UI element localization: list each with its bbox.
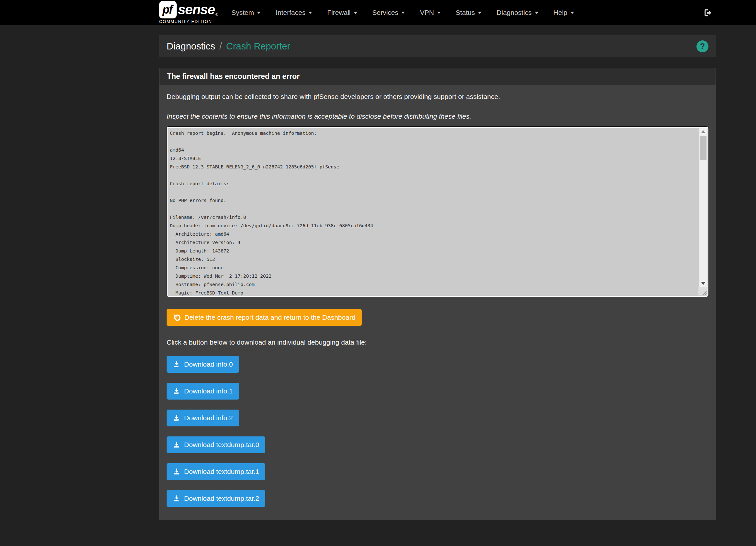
scroll-up-button[interactable]: [699, 128, 707, 135]
triangle-down-icon: [701, 282, 706, 285]
caret-down-icon: [401, 12, 405, 14]
scroll-down-button[interactable]: [699, 279, 707, 287]
crash-report-textarea[interactable]: Crash report begins. Anonymous machine i…: [167, 127, 708, 297]
caret-down-icon: [570, 12, 574, 14]
breadcrumb-separator: /: [219, 41, 222, 52]
scrollbar-thumb[interactable]: [700, 136, 707, 160]
download-info-0-button[interactable]: Download info.0: [167, 356, 239, 373]
inspect-note: Inspect the contents to ensure this info…: [167, 113, 708, 120]
download-row: Download textdump.tar.0: [167, 436, 708, 453]
delete-button-row: Delete the crash report data and return …: [167, 297, 708, 326]
page: pf sense ® COMMUNITY EDITION System Inte…: [0, 0, 756, 520]
menu-item-status[interactable]: Status: [448, 0, 489, 25]
menu-label: Interfaces: [276, 9, 305, 16]
caret-down-icon: [478, 12, 482, 14]
caret-down-icon: [354, 12, 357, 14]
download-textdump-tar-2-button[interactable]: Download textdump.tar.2: [167, 490, 265, 507]
question-circle-icon: ?: [696, 40, 708, 52]
breadcrumb-section: Diagnostics: [167, 41, 215, 52]
logout-button[interactable]: [703, 8, 712, 17]
help-button[interactable]: ?: [696, 40, 708, 52]
menu-label: VPN: [420, 9, 434, 16]
delete-button-label: Delete the crash report data and return …: [184, 313, 356, 321]
download-icon: [173, 360, 181, 368]
menu-item-help[interactable]: Help: [546, 0, 582, 25]
menu-label: Firewall: [327, 9, 350, 16]
download-row: Download textdump.tar.2: [167, 490, 708, 507]
pfsense-logo[interactable]: pf sense ® COMMUNITY EDITION: [159, 1, 218, 24]
grip-lines: [701, 289, 707, 295]
download-icon: [173, 468, 181, 475]
download-button-label: Download textdump.tar.1: [184, 468, 259, 475]
download-row: Download textdump.tar.1: [167, 463, 708, 480]
download-button-label: Download textdump.tar.0: [184, 441, 259, 449]
undo-icon: [173, 313, 181, 322]
download-row: Download info.0: [167, 356, 708, 373]
error-panel: The firewall has encountered an error De…: [159, 68, 716, 520]
textarea-scrollbar[interactable]: [699, 128, 707, 287]
download-button-label: Download textdump.tar.2: [184, 495, 259, 502]
menu-item-diagnostics[interactable]: Diagnostics: [489, 0, 546, 25]
caret-down-icon: [437, 12, 441, 14]
menu-label: Diagnostics: [497, 9, 532, 16]
sign-out-icon: [703, 8, 712, 17]
brand-wordmark: sense: [178, 2, 215, 17]
panel-header: The firewall has encountered an error: [159, 68, 716, 85]
download-button-label: Download info.1: [184, 387, 233, 395]
menu-item-interfaces[interactable]: Interfaces: [268, 0, 320, 25]
menu-item-system[interactable]: System: [224, 0, 268, 25]
panel-title: The firewall has encountered an error: [167, 72, 300, 81]
download-icon: [173, 387, 181, 395]
download-icon: [173, 495, 181, 502]
caret-down-icon: [535, 12, 539, 14]
triangle-up-icon: [701, 130, 706, 133]
pf-logo-badge: pf: [159, 1, 177, 18]
menu-label: Status: [456, 9, 475, 16]
registered-mark: ®: [215, 13, 218, 16]
download-info-2-button[interactable]: Download info.2: [167, 409, 239, 426]
resize-grip-icon[interactable]: [698, 287, 707, 295]
download-info-1-button[interactable]: Download info.1: [167, 383, 239, 399]
download-textdump-tar-0-button[interactable]: Download textdump.tar.0: [167, 436, 265, 453]
download-icon: [173, 441, 181, 449]
main-menu: System Interfaces Firewall Services VPN …: [224, 0, 582, 25]
download-row: Download info.1: [167, 383, 708, 399]
menu-label: Help: [553, 9, 567, 16]
debug-description: Debugging output can be collected to sha…: [167, 93, 708, 101]
menu-item-services[interactable]: Services: [365, 0, 413, 25]
page-title: Crash Reporter: [226, 41, 290, 52]
delete-crash-report-button[interactable]: Delete the crash report data and return …: [167, 309, 362, 326]
menu-label: Services: [372, 9, 399, 16]
download-prompt: Click a button below to download an indi…: [167, 338, 708, 346]
breadcrumb: Diagnostics / Crash Reporter ?: [159, 35, 716, 57]
download-icon: [173, 414, 181, 422]
brand-edition: COMMUNITY EDITION: [159, 19, 212, 24]
crash-report-container: Crash report begins. Anonymous machine i…: [167, 127, 708, 297]
menu-item-vpn[interactable]: VPN: [412, 0, 448, 25]
menu-item-firewall[interactable]: Firewall: [320, 0, 365, 25]
navbar: pf sense ® COMMUNITY EDITION System Inte…: [0, 0, 756, 25]
download-textdump-tar-1-button[interactable]: Download textdump.tar.1: [167, 463, 265, 480]
download-button-label: Download info.0: [184, 360, 233, 368]
panel-body: Debugging output can be collected to sha…: [159, 85, 716, 520]
download-button-label: Download info.2: [184, 414, 233, 422]
download-row: Download info.2: [167, 409, 708, 426]
caret-down-icon: [257, 12, 261, 14]
caret-down-icon: [308, 12, 312, 14]
menu-label: System: [231, 9, 254, 16]
